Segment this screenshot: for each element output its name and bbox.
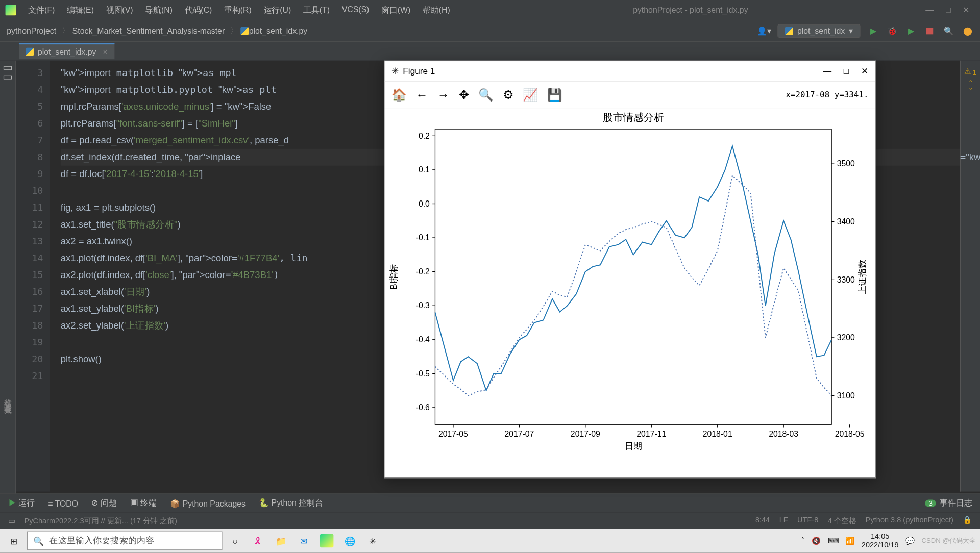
matplotlib-icon: ✳	[391, 66, 399, 76]
encoding[interactable]: UTF-8	[797, 515, 818, 525]
svg-text:2017-05: 2017-05	[438, 430, 468, 438]
main-menu: 文件(F) 编辑(E) 视图(V) 导航(N) 代码(C) 重构(R) 运行(U…	[23, 3, 455, 17]
svg-text:-0.5: -0.5	[416, 369, 430, 378]
svg-text:-0.3: -0.3	[416, 301, 430, 310]
menu-window[interactable]: 窗口(W)	[376, 3, 416, 17]
back-icon[interactable]: ←	[415, 88, 428, 102]
axes-icon[interactable]: 📈	[523, 88, 537, 103]
chevron-down-icon[interactable]: ˅	[969, 88, 973, 96]
cortana-icon[interactable]: ○	[225, 531, 246, 550]
watermark: CSDN @代码大全	[921, 536, 976, 545]
tool-problems[interactable]: ⊘ 问题	[91, 497, 116, 509]
ribbon-icon[interactable]: 🎗	[248, 531, 268, 550]
problems-gutter: ⚠1 ˄ ˅	[960, 61, 980, 492]
svg-text:-0.4: -0.4	[416, 335, 430, 344]
pycharm-taskbar-icon[interactable]	[316, 531, 337, 550]
mail-icon[interactable]: ✉	[294, 531, 314, 550]
svg-text:2018-05: 2018-05	[835, 430, 865, 438]
chevron-up-icon[interactable]: ˄	[961, 79, 980, 87]
title-bar: 文件(F) 编辑(E) 视图(V) 导航(N) 代码(C) 重构(R) 运行(U…	[0, 0, 980, 20]
menu-navigate[interactable]: 导航(N)	[140, 3, 178, 17]
configure-icon[interactable]: ⚙	[503, 88, 513, 103]
input-method-icon[interactable]: ⌨	[828, 536, 839, 545]
matplotlib-taskbar-icon[interactable]: ✳	[362, 531, 383, 550]
breadcrumb-root[interactable]: pythonProject	[7, 26, 56, 35]
status-bar: ▭ PyCharm2022.2.3可用 // 更新... (17 分钟 之前) …	[0, 513, 980, 529]
lock-icon[interactable]: 🔒	[963, 515, 972, 525]
figure-title: Figure 1	[403, 66, 435, 76]
breadcrumb-folder[interactable]: Stock_Market_Sentiment_Analysis-master	[72, 26, 225, 35]
run-button[interactable]: ▶	[867, 24, 879, 37]
menu-help[interactable]: 帮助(H)	[418, 3, 456, 17]
run-coverage-button[interactable]: ▶	[905, 24, 917, 37]
menu-edit[interactable]: 编辑(E)	[62, 3, 100, 17]
debug-button[interactable]: 🐞	[886, 24, 898, 37]
tool-run[interactable]: ▶ 运行	[8, 497, 35, 509]
search-icon[interactable]: 🔍	[943, 24, 955, 37]
run-config-dropdown[interactable]: plot_sent_idx ▾	[778, 24, 861, 37]
ide-updates-icon[interactable]: ⬤	[962, 24, 974, 37]
stop-button[interactable]	[924, 24, 936, 37]
taskbar-search[interactable]: 🔍 在这里输入你要搜索的内容	[27, 531, 223, 550]
windows-taskbar: ⊞ 🔍 在这里输入你要搜索的内容 ○ 🎗 📁 ✉ 🌐 ✳ ˄ 🔇 ⌨ 📶 14:…	[0, 529, 980, 553]
menu-run[interactable]: 运行(U)	[258, 3, 297, 17]
status-message: PyCharm2022.2.3可用 // 更新... (17 分钟 之前)	[24, 515, 177, 525]
close-icon[interactable]: ✕	[963, 6, 969, 15]
interpreter[interactable]: Python 3.8 (pythonProject)	[866, 515, 953, 525]
tab-close-icon[interactable]: ×	[103, 47, 108, 56]
menu-file[interactable]: 文件(F)	[23, 3, 60, 17]
warning-indicator[interactable]: ⚠1	[964, 67, 976, 76]
menu-tools[interactable]: 工具(T)	[298, 3, 335, 17]
notifications-icon[interactable]: 💬	[905, 536, 915, 545]
svg-text:2018-03: 2018-03	[769, 430, 798, 438]
line-separator[interactable]: LF	[779, 515, 788, 525]
cursor-position[interactable]: 8:44	[755, 515, 770, 525]
svg-text:2018-01: 2018-01	[703, 430, 732, 438]
explorer-icon[interactable]: 📁	[271, 531, 291, 550]
menu-refactor[interactable]: 重构(R)	[219, 3, 257, 17]
favorites-tool[interactable]: 收藏夹 ★	[3, 400, 13, 411]
volume-icon[interactable]: 🔇	[812, 536, 821, 545]
minimize-icon[interactable]: —	[823, 66, 831, 76]
close-icon[interactable]: ✕	[861, 66, 869, 76]
svg-text:2017-07: 2017-07	[504, 430, 534, 438]
forward-icon[interactable]: →	[437, 88, 450, 102]
tool-python-console[interactable]: 🐍 Python 控制台	[259, 497, 323, 509]
bottom-tool-bar: ▶ 运行 ≡ TODO ⊘ 问题 ▣ 终端 📦 Python Packages …	[0, 494, 980, 513]
left-tool-rail: ▭ ▭ 结构 收藏夹 ★	[0, 61, 16, 494]
tool-event-log[interactable]: 事件日志	[940, 497, 972, 509]
start-button[interactable]: ⊞	[4, 531, 24, 550]
tool-todo[interactable]: ≡ TODO	[48, 498, 78, 508]
navigation-bar: pythonProject〉 Stock_Market_Sentiment_An…	[0, 20, 980, 42]
tool-terminal[interactable]: ▣ 终端	[130, 497, 157, 509]
network-icon[interactable]: 📶	[845, 536, 854, 545]
pan-icon[interactable]: ✥	[459, 88, 469, 103]
svg-text:-0.1: -0.1	[416, 233, 430, 242]
figure-titlebar: ✳ Figure 1 — □ ✕	[385, 61, 875, 82]
svg-text:日期: 日期	[625, 441, 642, 451]
chrome-icon[interactable]: 🌐	[339, 531, 360, 550]
taskbar-clock[interactable]: 14:05 2022/10/19	[862, 532, 899, 550]
svg-text:-0.2: -0.2	[416, 267, 430, 276]
maximize-icon[interactable]: □	[844, 66, 849, 76]
save-icon[interactable]: 💾	[547, 88, 562, 103]
window-title: pythonProject - plot_sent_idx.py	[455, 6, 925, 15]
svg-text:3200: 3200	[837, 333, 855, 342]
breadcrumb-file[interactable]: plot_sent_idx.py	[249, 26, 307, 35]
svg-text:上证指数: 上证指数	[857, 260, 867, 294]
svg-text:0.2: 0.2	[419, 132, 430, 140]
maximize-icon[interactable]: □	[946, 6, 951, 15]
svg-text:0.1: 0.1	[419, 165, 430, 174]
zoom-icon[interactable]: 🔍	[478, 88, 493, 103]
menu-code[interactable]: 代码(C)	[179, 3, 217, 17]
user-icon[interactable]: 👤▾	[757, 26, 771, 35]
home-icon[interactable]: 🏠	[391, 88, 406, 103]
menu-vcs[interactable]: VCS(S)	[336, 3, 375, 17]
tab-file[interactable]: plot_sent_idx.py ×	[19, 43, 114, 59]
indent[interactable]: 4 个空格	[828, 515, 856, 525]
tray-chevron-icon[interactable]: ˄	[801, 536, 805, 545]
tool-packages[interactable]: 📦 Python Packages	[170, 498, 246, 508]
status-hide-icon[interactable]: ▭	[8, 516, 15, 525]
menu-view[interactable]: 视图(V)	[101, 3, 138, 17]
minimize-icon[interactable]: —	[925, 6, 934, 15]
